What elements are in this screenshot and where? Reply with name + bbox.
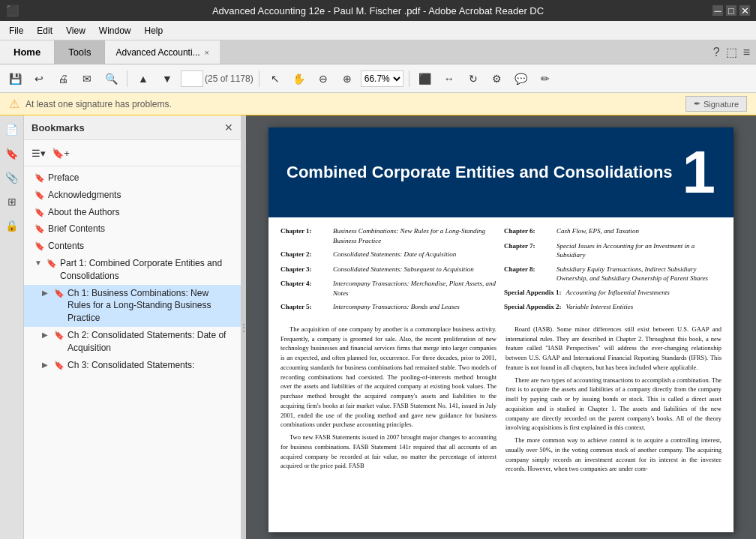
zoom-select[interactable]: 50% 66.7% 75% 100% 125% 150% 200%: [361, 70, 404, 87]
more-icon[interactable]: ≡: [743, 46, 750, 59]
pdf-area[interactable]: Combined Corporate Entities and Consolid…: [246, 115, 756, 539]
tab-bar-actions: ? ⬚ ≡: [713, 40, 756, 64]
tab-tools[interactable]: Tools: [55, 40, 105, 64]
body-text-left: The acquisition of one company by anothe…: [280, 325, 496, 477]
bookmark-label-part1: Part 1: Combined Corporate Entities and …: [60, 257, 233, 283]
bookmark-icon-ch2: 🔖: [54, 331, 64, 340]
ch3-label: Chapter 3:: [280, 265, 328, 275]
chapter-row-ch3: Chapter 3: Consolidated Statements: Subs…: [280, 265, 498, 275]
bookmark-acknowledgments[interactable]: 🔖 Acknowledgments: [24, 187, 241, 204]
ch7-text: Special Issues in Accounting for an Inve…: [556, 241, 722, 260]
sep1: [127, 70, 128, 87]
body-text-right: Board (IASB). Some minor differences sti…: [506, 325, 722, 477]
email-btn[interactable]: ✉: [76, 68, 98, 89]
rotate-btn[interactable]: ↻: [463, 68, 484, 89]
expand-ch2-icon[interactable]: ▶: [42, 331, 51, 339]
expand-ch3-icon[interactable]: ▶: [42, 361, 51, 369]
save-btn[interactable]: 💾: [4, 68, 26, 89]
menu-view[interactable]: View: [60, 24, 92, 37]
security-icon[interactable]: 🔒: [2, 216, 22, 235]
chapter-title-block: Combined Corporate Entities and Consolid…: [286, 162, 673, 184]
ch4-label: Chapter 4:: [280, 279, 328, 289]
next-page-btn[interactable]: ▼: [157, 68, 178, 89]
ch6-label: Chapter 6:: [504, 226, 552, 237]
minimize-btn[interactable]: ─: [712, 5, 723, 16]
bookmark-brief-contents[interactable]: 🔖 Brief Contents: [24, 220, 241, 238]
chapter-title: Combined Corporate Entities and Consolid…: [286, 162, 673, 184]
search-btn[interactable]: 🔍: [100, 68, 122, 89]
print-btn[interactable]: 🖨: [52, 68, 74, 89]
menu-help[interactable]: Help: [139, 24, 170, 37]
markup-btn[interactable]: ✏: [535, 68, 556, 89]
window-controls[interactable]: ─ □ ✕: [712, 5, 750, 16]
ch7-label: Chapter 7:: [504, 241, 552, 252]
pdf-page: Combined Corporate Entities and Consolid…: [268, 127, 734, 532]
signature-btn[interactable]: ✒ Signature: [686, 96, 747, 112]
fit-width-btn[interactable]: ↔: [439, 68, 460, 89]
bookmark-ch3[interactable]: ▶ 🔖 Ch 3: Consolidated Statements:: [24, 357, 241, 374]
menu-edit[interactable]: Edit: [31, 24, 58, 37]
prev-page-btn[interactable]: ▲: [133, 68, 154, 89]
tab-home[interactable]: Home: [0, 40, 55, 64]
tools-btn[interactable]: ⚙: [487, 68, 508, 89]
page-input[interactable]: 1: [181, 70, 203, 87]
sep2: [259, 70, 260, 87]
body-para-right-3: The more common way to achieve control i…: [506, 436, 722, 474]
maximize-btn[interactable]: □: [726, 5, 736, 16]
ch3-text: Consolidated Statements: Subsequent to A…: [333, 265, 498, 274]
tab-close-btn[interactable]: ×: [205, 48, 209, 57]
alert-bar: ⚠ At least one signature has problems. ✒…: [0, 93, 756, 115]
fit-page-btn[interactable]: ⬛: [415, 68, 436, 89]
bookmark-icon[interactable]: 🔖: [2, 144, 22, 163]
chapter-number: 1: [682, 142, 716, 202]
bookmark-contents[interactable]: 🔖 Contents: [24, 238, 241, 255]
bookmark-label-preface: Preface: [48, 172, 233, 184]
expand-ch1-icon[interactable]: ▶: [42, 289, 51, 297]
zoom-in-btn[interactable]: ⊕: [337, 68, 358, 89]
menu-window[interactable]: Window: [93, 24, 137, 37]
ch8-label: Chapter 8:: [504, 265, 552, 275]
close-btn[interactable]: ✕: [740, 5, 750, 16]
layer-icon[interactable]: ⊞: [2, 192, 22, 211]
select-tool-btn[interactable]: ↖: [265, 68, 286, 89]
bookmark-part1[interactable]: ▼ 🔖 Part 1: Combined Corporate Entities …: [24, 255, 241, 285]
sa1-label: Special Appendix 1:: [504, 288, 562, 298]
comment-btn[interactable]: 💬: [511, 68, 532, 89]
bookmark-ch2[interactable]: ▶ 🔖 Ch 2: Consolidated Statements: Date …: [24, 327, 241, 357]
panel-header: Bookmarks ✕: [24, 115, 241, 140]
thumbnail-icon[interactable]: 📄: [2, 120, 22, 139]
chapter-row-ch6: Chapter 6: Cash Flow, EPS, and Taxation: [504, 226, 722, 237]
zoom-out-btn[interactable]: ⊖: [313, 68, 334, 89]
alert-actions: ✒ Signature: [686, 96, 747, 112]
bookmark-ch1[interactable]: ▶ 🔖 Ch 1: Business Combinations: New Rul…: [24, 285, 241, 327]
help-icon[interactable]: ?: [713, 46, 720, 59]
body-para-left-2: Two new FASB Statements issued in 2007 b…: [280, 433, 496, 471]
panel-close-btn[interactable]: ✕: [224, 121, 233, 133]
resize-handle[interactable]: [242, 115, 246, 539]
panel-expand-btn[interactable]: ☰▾: [28, 143, 48, 163]
bookmark-about-authors[interactable]: 🔖 About the Authors: [24, 204, 241, 221]
chapter-row-ch4: Chapter 4: Intercompany Transactions: Me…: [280, 279, 498, 298]
bookmark-label-contents: Contents: [48, 240, 233, 253]
bookmark-preface[interactable]: 🔖 Preface: [24, 169, 241, 187]
ch1-label: Chapter 1:: [280, 226, 328, 237]
chapter-row-sa2: Special Appendix 2: Variable Interest En…: [504, 302, 722, 313]
page-total: (25 of 1178): [205, 73, 254, 84]
menu-file[interactable]: File: [3, 24, 29, 37]
bookmark-label-ack: Acknowledgments: [48, 189, 233, 202]
panel-add-bookmark-btn[interactable]: 🔖+: [51, 143, 70, 163]
chapter-row-ch8: Chapter 8: Subsidiary Equity Transaction…: [504, 265, 722, 283]
sa2-label: Special Appendix 2:: [504, 302, 562, 313]
title-bar: ⬛ Advanced Accounting 12e - Paul M. Fisc…: [0, 0, 756, 21]
tab-document[interactable]: Advanced Accounti... ×: [105, 40, 220, 64]
hand-tool-btn[interactable]: ✋: [289, 68, 310, 89]
back-btn[interactable]: ↩: [28, 68, 50, 89]
bookmark-icon-ack: 🔖: [34, 190, 45, 200]
bookmark-label-brief: Brief Contents: [48, 223, 233, 235]
ch5-label: Chapter 5:: [280, 302, 328, 313]
chapter-col-left: Chapter 1: Business Combinations: New Ru…: [280, 226, 498, 317]
expand-part1-icon[interactable]: ▼: [34, 259, 44, 267]
expand-icon[interactable]: ⬚: [726, 45, 737, 59]
ch2-text: Consolidated Statements: Date of Acquisi…: [333, 250, 498, 259]
attachment-icon[interactable]: 📎: [2, 168, 22, 187]
